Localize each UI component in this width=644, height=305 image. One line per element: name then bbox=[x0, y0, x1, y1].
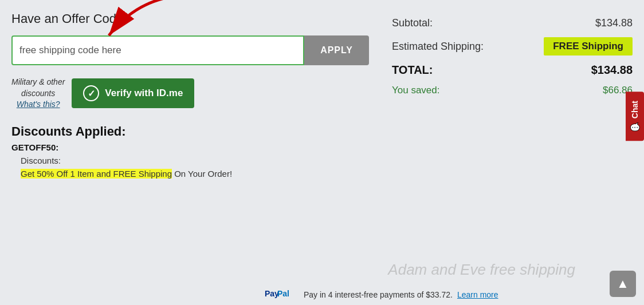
total-value: $134.88 bbox=[591, 64, 633, 77]
subtotal-value: $134.88 bbox=[595, 17, 633, 29]
svg-text:Pal: Pal bbox=[277, 289, 289, 298]
saved-row: You saved: $66.86 bbox=[392, 85, 633, 96]
whats-this-link[interactable]: What's this? bbox=[17, 100, 60, 109]
discounts-applied-title: Discounts Applied: bbox=[11, 124, 369, 139]
discounts-section: Discounts Applied: GETOFF50: Discounts: … bbox=[11, 124, 369, 179]
apply-button[interactable]: APPLY bbox=[304, 35, 369, 65]
verify-check-icon: ✓ bbox=[83, 85, 99, 101]
total-label: TOTAL: bbox=[392, 64, 433, 77]
discount-rest-text: On Your Order! bbox=[172, 169, 232, 179]
subtotal-row: Subtotal: $134.88 bbox=[392, 17, 633, 29]
chat-button[interactable]: 💬 Chat bbox=[626, 92, 644, 141]
shipping-row: Estimated Shipping: FREE Shipping bbox=[392, 37, 633, 56]
free-shipping-badge: FREE Shipping bbox=[544, 37, 633, 56]
paypal-logo-svg: Pay Pal bbox=[265, 288, 299, 299]
offer-code-title: Have an Offer Code? bbox=[11, 11, 369, 26]
discount-highlight-text: Get 50% Off 1 Item and FREE Shipping bbox=[21, 169, 172, 179]
scroll-to-top-button[interactable]: ▲ bbox=[610, 271, 636, 297]
military-text: Military & other discounts What's this? bbox=[11, 77, 65, 110]
verify-with-idme-button[interactable]: ✓ Verify with ID.me bbox=[72, 78, 194, 108]
discount-code: GETOFF50: bbox=[11, 142, 369, 152]
left-panel: Have an Offer Code? APPLY Military & oth… bbox=[11, 11, 369, 294]
scroll-top-icon: ▲ bbox=[616, 276, 629, 291]
verify-label: Verify with ID.me bbox=[105, 88, 183, 99]
discounts-label: Discounts: bbox=[21, 156, 369, 165]
military-row: Military & other discounts What's this? … bbox=[11, 77, 369, 110]
paypal-row: Pay Pal Pay in 4 interest-free payments … bbox=[265, 288, 498, 302]
offer-code-row: APPLY bbox=[11, 35, 369, 65]
discount-text-row: Get 50% Off 1 Item and FREE Shipping On … bbox=[21, 169, 369, 179]
paypal-learn-more-link[interactable]: Learn more bbox=[457, 290, 498, 299]
paypal-logo: Pay Pal bbox=[265, 288, 299, 302]
subtotal-label: Subtotal: bbox=[392, 17, 433, 29]
chat-icon: 💬 bbox=[630, 122, 639, 132]
right-panel: Subtotal: $134.88 Estimated Shipping: FR… bbox=[392, 11, 633, 294]
chat-label: Chat bbox=[630, 101, 639, 118]
saved-label: You saved: bbox=[392, 85, 440, 96]
shipping-label: Estimated Shipping: bbox=[392, 41, 484, 53]
offer-code-input[interactable] bbox=[11, 35, 304, 65]
total-row: TOTAL: $134.88 bbox=[392, 64, 633, 77]
paypal-text: Pay in 4 interest-free payments of $33.7… bbox=[304, 290, 453, 299]
main-container: Have an Offer Code? APPLY Military & oth… bbox=[0, 0, 644, 305]
